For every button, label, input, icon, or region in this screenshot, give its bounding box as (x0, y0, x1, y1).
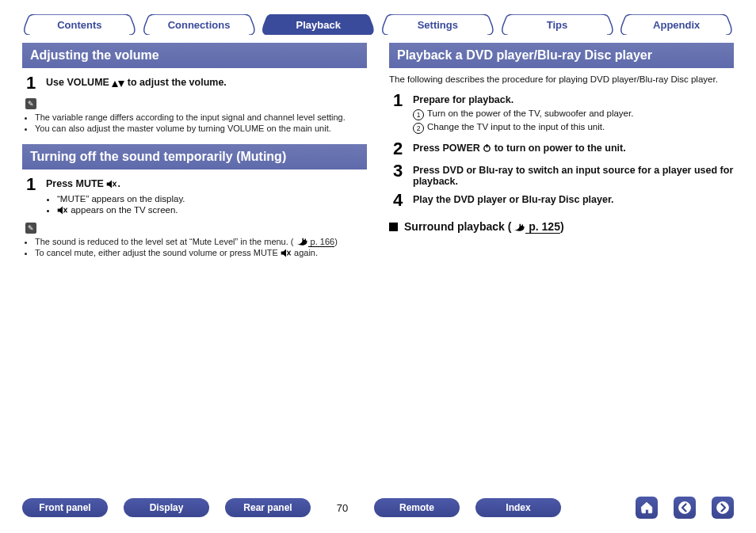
step-number: 3 (391, 162, 405, 187)
tab-tips[interactable]: Tips (500, 14, 615, 35)
subheading-text: Surround playback ( (404, 220, 511, 233)
square-bullet-icon (389, 223, 398, 231)
circled-2-icon: 2 (413, 123, 424, 134)
nav-index-button[interactable]: Index (475, 498, 561, 517)
prev-page-button[interactable] (674, 497, 696, 519)
tab-label: Appendix (653, 19, 700, 31)
step-volume-1: 1 Use VOLUME to adjust the volume. (24, 74, 367, 92)
bullet-item: “MUTE” appears on the display. (57, 194, 367, 204)
tab-label: Settings (418, 19, 458, 31)
nav-front-panel-button[interactable]: Front panel (22, 498, 108, 517)
bottom-nav: Front panel Display Rear panel 70 Remote… (22, 497, 734, 519)
tab-contents[interactable]: Contents (22, 14, 137, 35)
volume-up-icon (112, 78, 118, 89)
substep-text: Change the TV input to the input of this… (427, 122, 605, 134)
svg-point-3 (717, 502, 729, 514)
intro-text: The following describes the procedure fo… (389, 74, 734, 84)
step-number: 1 (24, 176, 38, 216)
top-tabs: Contents Connections Playback Settings T… (22, 14, 734, 35)
section-heading-dvd: Playback a DVD player/Blu-ray Disc playe… (389, 43, 734, 68)
note-item: To cancel mute, either adjust the sound … (35, 248, 367, 257)
step-text: Press MUTE (46, 178, 106, 189)
bullet-item: appears on the TV screen. (57, 205, 367, 215)
page-link[interactable]: p. 166 (308, 237, 335, 247)
step-number: 1 (24, 74, 38, 92)
step-text: Use VOLUME (46, 77, 112, 88)
section-heading-volume: Adjusting the volume (22, 43, 367, 68)
mute-icon (281, 249, 292, 257)
mute-icon (57, 206, 68, 215)
note-icon: ✎ (25, 98, 36, 109)
page-link[interactable]: p. 125 (525, 220, 560, 234)
step-dvd-3: 3 Press DVD or Blu-ray to switch an inpu… (391, 162, 734, 187)
notes-list: The sound is reduced to the level set at… (25, 237, 367, 257)
subheading-surround: Surround playback ( p. 125) (389, 220, 734, 233)
note-icon: ✎ (25, 223, 36, 234)
tab-label: Connections (168, 19, 231, 31)
note-item: You can also adjust the master volume by… (35, 124, 367, 133)
step-text: Press DVD or Blu-ray to switch an input … (413, 162, 734, 187)
step-dvd-1: 1 Prepare for playback. 1Turn on the pow… (391, 92, 734, 135)
svg-point-2 (679, 502, 691, 514)
step-text: . (117, 178, 120, 189)
step-text: Prepare for playback. (413, 94, 514, 105)
step-dvd-4: 4 Play the DVD player or Blu-ray Disc pl… (391, 192, 734, 209)
nav-display-button[interactable]: Display (124, 498, 209, 517)
tab-label: Playback (296, 19, 340, 31)
mute-icon (106, 180, 117, 188)
pointer-icon (511, 220, 525, 233)
step-mute-1: 1 Press MUTE . “MUTE” appears on the dis… (24, 176, 367, 216)
nav-remote-button[interactable]: Remote (374, 498, 460, 517)
step-text: to adjust the volume. (124, 77, 227, 88)
circled-1-icon: 1 (413, 109, 424, 120)
tab-label: Tips (547, 19, 568, 31)
home-button[interactable] (636, 497, 658, 519)
note-item: The sound is reduced to the level set at… (35, 237, 367, 246)
tab-label: Contents (57, 19, 101, 31)
tab-connections[interactable]: Connections (142, 14, 257, 35)
power-icon (483, 143, 491, 154)
subheading-text: ) (560, 220, 564, 233)
left-column: Adjusting the volume 1 Use VOLUME to adj… (22, 43, 367, 268)
step-text: to turn on power to the unit. (491, 143, 625, 154)
page-number: 70 (326, 502, 358, 514)
note-item: The variable range differs according to … (35, 112, 367, 122)
step-dvd-2: 2 Press POWER to turn on power to the un… (391, 140, 734, 158)
next-page-button[interactable] (712, 497, 734, 519)
notes-list: The variable range differs according to … (25, 112, 367, 133)
tab-settings[interactable]: Settings (380, 14, 495, 35)
tab-playback[interactable]: Playback (261, 14, 376, 35)
step-text: Press POWER (413, 143, 483, 154)
step-number: 4 (391, 192, 405, 209)
nav-rear-panel-button[interactable]: Rear panel (225, 498, 311, 517)
substep-text: Turn on the power of the TV, subwoofer a… (427, 109, 633, 120)
tab-appendix[interactable]: Appendix (619, 14, 734, 35)
step-number: 1 (391, 92, 405, 135)
step-number: 2 (391, 140, 405, 158)
pointer-icon (294, 237, 308, 246)
right-column: Playback a DVD player/Blu-ray Disc playe… (389, 43, 734, 268)
section-heading-muting: Turning off the sound temporarily (Mutin… (22, 144, 367, 169)
step-text: Play the DVD player or Blu-ray Disc play… (413, 192, 734, 209)
